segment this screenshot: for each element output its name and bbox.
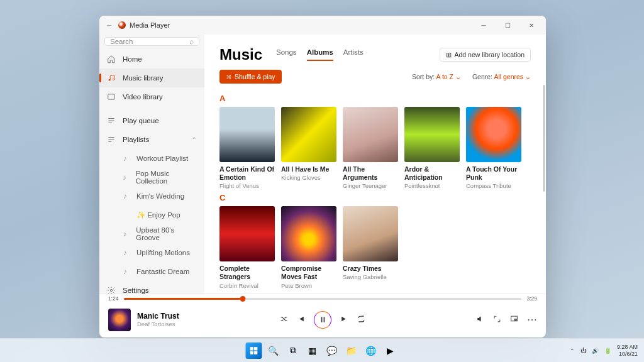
volume-tray-icon[interactable]: 🔊 bbox=[592, 348, 599, 354]
album-card[interactable]: Crazy TimesSaving Gabrielle bbox=[343, 206, 398, 288]
main-content: Music Songs Albums Artists ⊞ Add new lib… bbox=[204, 35, 546, 293]
album-art bbox=[466, 107, 521, 162]
album-art bbox=[281, 107, 336, 162]
tab-artists[interactable]: Artists bbox=[343, 48, 364, 61]
svg-rect-2 bbox=[108, 94, 115, 99]
minimize-button[interactable]: ─ bbox=[472, 16, 496, 35]
fullscreen-button[interactable] bbox=[493, 314, 501, 326]
music-note-icon: ♪ bbox=[121, 267, 130, 276]
app-title: Media Player bbox=[130, 21, 170, 29]
now-playing-art[interactable] bbox=[108, 309, 131, 331]
album-card[interactable]: All The ArgumentsGinger Teenager bbox=[343, 107, 398, 189]
album-art bbox=[219, 107, 275, 162]
album-card[interactable]: Complete StrangersCorbin Revival bbox=[219, 206, 275, 288]
sidebar-item-play-queue[interactable]: Play queue bbox=[99, 111, 204, 130]
volume-button[interactable] bbox=[476, 314, 484, 326]
playlist-item[interactable]: ♪Fantastic Dream bbox=[99, 262, 204, 281]
sparkle-icon bbox=[121, 211, 130, 219]
widgets-icon[interactable]: ▦ bbox=[304, 343, 321, 359]
sort-by-dropdown[interactable]: Sort by: A to Z ⌄ bbox=[412, 73, 461, 80]
search-input[interactable]: Search ⌕ bbox=[104, 37, 199, 46]
svg-rect-5 bbox=[514, 318, 517, 320]
group-header[interactable]: C bbox=[219, 293, 531, 294]
folder-add-icon: ⊞ bbox=[446, 51, 452, 58]
album-card[interactable]: Ardor & AnticipationPointlessknot bbox=[404, 107, 460, 189]
playlist-item[interactable]: ♪Kim's Wedding bbox=[99, 187, 204, 206]
gear-icon bbox=[107, 286, 116, 295]
chevron-down-icon: ⌄ bbox=[455, 73, 461, 80]
mini-player-button[interactable] bbox=[510, 314, 518, 326]
seek-slider[interactable] bbox=[124, 298, 522, 300]
scrollbar-thumb[interactable] bbox=[543, 85, 545, 192]
playlist-item[interactable]: ♪Pop Music Collection bbox=[99, 168, 204, 187]
album-card[interactable]: A Touch Of Your PunkCompass Tribute bbox=[466, 107, 521, 189]
tab-songs[interactable]: Songs bbox=[276, 48, 297, 61]
sidebar-item-video-library[interactable]: Video library bbox=[99, 87, 204, 106]
group-header[interactable]: A bbox=[219, 94, 531, 103]
taskbar-search-icon[interactable]: 🔍 bbox=[265, 343, 282, 359]
search-icon: ⌕ bbox=[189, 38, 194, 45]
home-icon bbox=[107, 55, 116, 63]
group-header[interactable]: C bbox=[219, 193, 531, 202]
tab-albums[interactable]: Albums bbox=[307, 48, 333, 61]
album-art bbox=[343, 206, 398, 261]
now-playing-artist: Deaf Tortoises bbox=[137, 321, 179, 327]
queue-icon bbox=[107, 116, 116, 125]
app-icon bbox=[118, 21, 126, 29]
chevron-up-icon: ⌃ bbox=[192, 136, 197, 143]
svg-rect-8 bbox=[250, 351, 253, 354]
shuffle-button[interactable] bbox=[280, 314, 288, 326]
edge-icon[interactable]: 🌐 bbox=[363, 343, 379, 359]
chevron-down-icon: ⌄ bbox=[525, 73, 531, 80]
album-card[interactable]: Compromise Moves FastPete Brown bbox=[281, 206, 336, 288]
page-title: Music bbox=[219, 46, 262, 63]
player-bar: 1:24 3:29 Manic Trust Deaf Tortoises ⋯ bbox=[99, 293, 546, 337]
album-art bbox=[404, 107, 460, 162]
taskbar: 🔍 ⧉ ▦ 💬 📁 🌐 ▶ ⌃ ⏻ 🔊 🔋 9:28 AM 10/6/21 bbox=[0, 338, 644, 362]
system-clock[interactable]: 9:28 AM 10/6/21 bbox=[617, 344, 638, 357]
album-art bbox=[281, 206, 336, 261]
music-note-icon: ♪ bbox=[121, 229, 129, 238]
add-library-button[interactable]: ⊞ Add new library location bbox=[440, 48, 531, 62]
next-button[interactable] bbox=[340, 314, 348, 326]
sidebar-item-playlists[interactable]: Playlists⌃ bbox=[99, 130, 204, 149]
album-art bbox=[219, 206, 275, 261]
music-note-icon: ♪ bbox=[121, 248, 130, 257]
album-card[interactable]: A Certain Kind Of EmotionFlight of Venus bbox=[219, 107, 275, 189]
more-button[interactable]: ⋯ bbox=[527, 314, 537, 326]
svg-point-3 bbox=[110, 289, 113, 292]
media-player-taskbar-icon[interactable]: ▶ bbox=[382, 343, 399, 359]
album-art bbox=[343, 107, 398, 162]
tray-chevron-icon[interactable]: ⌃ bbox=[570, 348, 575, 354]
svg-point-1 bbox=[113, 79, 114, 80]
sidebar-item-home[interactable]: Home bbox=[99, 50, 204, 69]
genre-dropdown[interactable]: Genre: All genres ⌄ bbox=[472, 73, 531, 80]
playlist-item[interactable]: ♪Uplifting Motions bbox=[99, 243, 204, 262]
explorer-icon[interactable]: 📁 bbox=[343, 343, 360, 359]
playlist-item[interactable]: ♪Upbeat 80's Groove bbox=[99, 224, 204, 243]
repeat-button[interactable] bbox=[357, 314, 365, 326]
playlist-item[interactable]: ✨ Enjoy Pop bbox=[99, 206, 204, 224]
shuffle-play-button[interactable]: ⤭Shuffle & play bbox=[219, 70, 282, 84]
sidebar-item-music-library[interactable]: Music library bbox=[99, 69, 204, 87]
network-icon[interactable]: ⏻ bbox=[580, 348, 586, 354]
sidebar: Search ⌕ Home Music library Video librar… bbox=[99, 35, 204, 293]
chat-icon[interactable]: 💬 bbox=[324, 343, 340, 359]
previous-button[interactable] bbox=[297, 314, 305, 326]
play-pause-button[interactable] bbox=[314, 311, 331, 329]
start-button[interactable] bbox=[246, 343, 262, 359]
close-button[interactable]: ✕ bbox=[519, 16, 543, 35]
battery-icon[interactable]: 🔋 bbox=[604, 348, 611, 354]
task-view-icon[interactable]: ⧉ bbox=[285, 343, 301, 359]
album-card[interactable]: All I Have Is MeKicking Gloves bbox=[281, 107, 336, 189]
music-note-icon: ♪ bbox=[121, 173, 129, 182]
playlist-icon bbox=[107, 135, 116, 144]
svg-rect-6 bbox=[250, 347, 253, 350]
time-total: 3:29 bbox=[526, 295, 537, 302]
video-icon bbox=[107, 92, 116, 101]
sidebar-item-settings[interactable]: Settings bbox=[99, 281, 204, 300]
playlist-item[interactable]: ♪Workout Playlist bbox=[99, 149, 204, 168]
svg-point-0 bbox=[109, 79, 110, 80]
back-button[interactable]: ← bbox=[102, 21, 117, 29]
maximize-button[interactable]: ☐ bbox=[496, 16, 519, 35]
